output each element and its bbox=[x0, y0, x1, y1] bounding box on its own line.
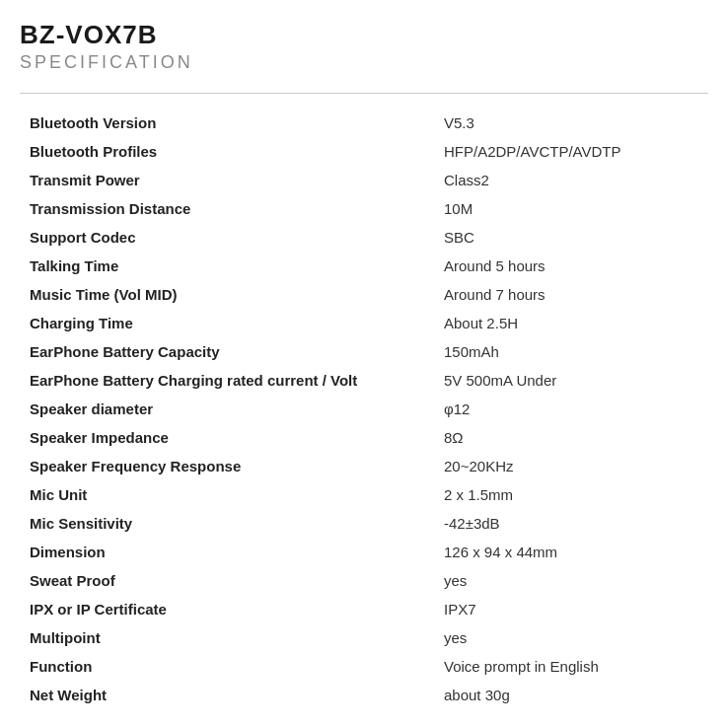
spec-value: 8Ω bbox=[434, 423, 708, 452]
spec-value: V5.3 bbox=[434, 109, 708, 137]
spec-value: 126 x 94 x 44mm bbox=[434, 538, 708, 566]
table-row: Mic Unit2 x 1.5mm bbox=[20, 480, 708, 509]
spec-value: HFP/A2DP/AVCTP/AVDTP bbox=[434, 137, 708, 166]
table-row: Speaker Frequency Response20~20KHz bbox=[20, 452, 708, 480]
table-row: EarPhone Battery Charging rated current … bbox=[20, 366, 708, 395]
spec-value: φ12 bbox=[434, 395, 708, 423]
table-row: Dimension126 x 94 x 44mm bbox=[20, 538, 708, 566]
table-row: Speaker Impedance8Ω bbox=[20, 423, 708, 452]
table-row: Charging TimeAbout 2.5H bbox=[20, 309, 708, 337]
table-row: EarPhone Battery Capacity150mAh bbox=[20, 337, 708, 366]
spec-label: Function bbox=[20, 652, 434, 681]
spec-value: Class2 bbox=[434, 166, 708, 194]
spec-label: Mic Unit bbox=[20, 480, 434, 509]
spec-value: 150mAh bbox=[434, 337, 708, 366]
spec-label: Multipoint bbox=[20, 623, 434, 652]
spec-value: yes bbox=[434, 566, 708, 595]
table-row: Bluetooth VersionV5.3 bbox=[20, 109, 708, 137]
spec-value: About 2.5H bbox=[434, 309, 708, 337]
spec-label: Support Codec bbox=[20, 223, 434, 252]
spec-value: about 30g bbox=[434, 681, 708, 709]
spec-table: Bluetooth VersionV5.3Bluetooth ProfilesH… bbox=[20, 109, 708, 709]
table-row: IPX or IP CertificateIPX7 bbox=[20, 595, 708, 623]
spec-value: Around 7 hours bbox=[434, 280, 708, 309]
spec-label: Transmission Distance bbox=[20, 194, 434, 223]
table-row: Support CodecSBC bbox=[20, 223, 708, 252]
table-row: Bluetooth ProfilesHFP/A2DP/AVCTP/AVDTP bbox=[20, 137, 708, 166]
product-title: BZ-VOX7B bbox=[20, 20, 708, 50]
spec-label: EarPhone Battery Charging rated current … bbox=[20, 366, 434, 395]
spec-label: Bluetooth Profiles bbox=[20, 137, 434, 166]
table-row: Music Time (Vol MID)Around 7 hours bbox=[20, 280, 708, 309]
table-row: FunctionVoice prompt in English bbox=[20, 652, 708, 681]
header: BZ-VOX7B SPECIFICATION bbox=[20, 20, 708, 83]
spec-label: Mic Sensitivity bbox=[20, 509, 434, 538]
spec-value: yes bbox=[434, 623, 708, 652]
spec-label: Speaker Impedance bbox=[20, 423, 434, 452]
spec-label: Net Weight bbox=[20, 681, 434, 709]
spec-value: IPX7 bbox=[434, 595, 708, 623]
spec-label: Charging Time bbox=[20, 309, 434, 337]
table-row: Sweat Proofyes bbox=[20, 566, 708, 595]
table-row: Multipointyes bbox=[20, 623, 708, 652]
spec-value: 20~20KHz bbox=[434, 452, 708, 480]
spec-label: Speaker Frequency Response bbox=[20, 452, 434, 480]
spec-label: EarPhone Battery Capacity bbox=[20, 337, 434, 366]
spec-label: Bluetooth Version bbox=[20, 109, 434, 137]
spec-value: Voice prompt in English bbox=[434, 652, 708, 681]
spec-label: Transmit Power bbox=[20, 166, 434, 194]
table-row: Talking TimeAround 5 hours bbox=[20, 252, 708, 280]
spec-label: IPX or IP Certificate bbox=[20, 595, 434, 623]
spec-label: Sweat Proof bbox=[20, 566, 434, 595]
spec-label: Music Time (Vol MID) bbox=[20, 280, 434, 309]
table-row: Speaker diameterφ12 bbox=[20, 395, 708, 423]
table-row: Transmit PowerClass2 bbox=[20, 166, 708, 194]
spec-subtitle: SPECIFICATION bbox=[20, 52, 708, 73]
spec-value: 2 x 1.5mm bbox=[434, 480, 708, 509]
table-row: Mic Sensitivity-42±3dB bbox=[20, 509, 708, 538]
table-row: Net Weightabout 30g bbox=[20, 681, 708, 709]
spec-value: -42±3dB bbox=[434, 509, 708, 538]
spec-value: 5V 500mA Under bbox=[434, 366, 708, 395]
page-wrapper: BZ-VOX7B SPECIFICATION Bluetooth Version… bbox=[0, 0, 728, 728]
spec-label: Dimension bbox=[20, 538, 434, 566]
spec-value: Around 5 hours bbox=[434, 252, 708, 280]
spec-label: Speaker diameter bbox=[20, 395, 434, 423]
spec-value: SBC bbox=[434, 223, 708, 252]
spec-label: Talking Time bbox=[20, 252, 434, 280]
spec-value: 10M bbox=[434, 194, 708, 223]
table-row: Transmission Distance10M bbox=[20, 194, 708, 223]
top-divider bbox=[20, 93, 708, 94]
